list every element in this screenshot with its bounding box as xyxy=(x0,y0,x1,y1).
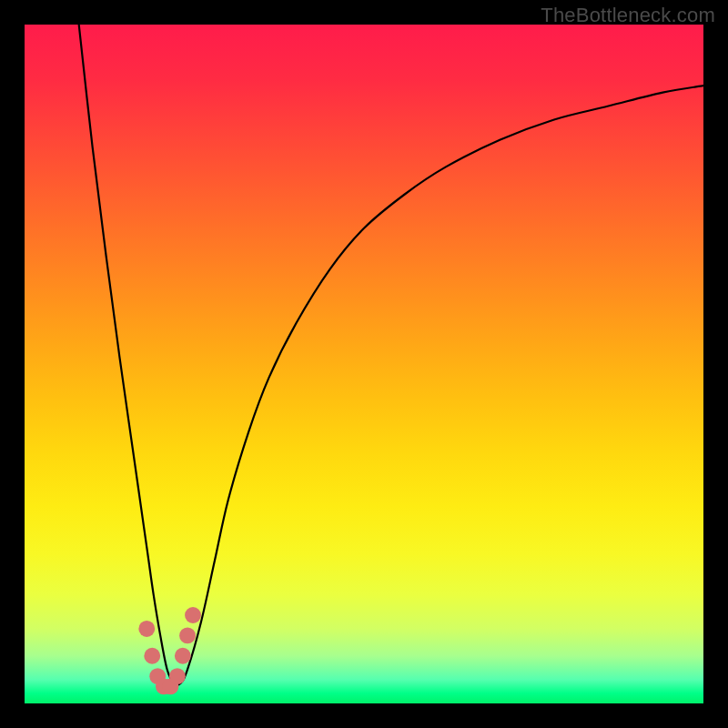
trough-marker xyxy=(185,607,201,623)
chart-frame: TheBottleneck.com xyxy=(0,0,728,728)
trough-marker xyxy=(138,621,155,637)
trough-marker xyxy=(169,668,186,684)
trough-markers xyxy=(138,607,201,694)
trough-marker xyxy=(144,648,160,664)
plot-area xyxy=(25,25,703,703)
watermark-text: TheBottleneck.com xyxy=(541,4,715,27)
bottleneck-curve-svg xyxy=(25,25,703,703)
trough-marker xyxy=(179,627,196,643)
bottleneck-curve xyxy=(79,25,703,684)
trough-marker xyxy=(175,648,191,664)
